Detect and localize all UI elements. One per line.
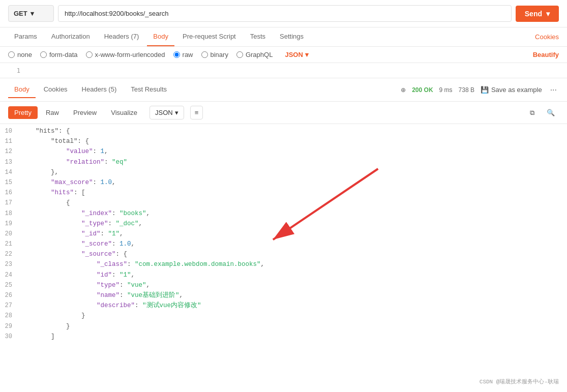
radio-raw[interactable]: raw (173, 51, 193, 58)
tab-pre-request[interactable]: Pre-request Script (176, 27, 242, 46)
tab-headers[interactable]: Headers (7) (98, 27, 145, 46)
radio-urlencoded[interactable]: x-www-form-urlencoded (86, 51, 165, 58)
resp-tab-cookies[interactable]: Cookies (38, 81, 74, 98)
wrap-button[interactable]: ≡ (190, 106, 203, 119)
method-label: GET (14, 10, 27, 17)
save-example-label: Save as example (491, 86, 542, 94)
json-line: 11 "total": { (0, 136, 567, 146)
line-content: "total": { (20, 136, 567, 146)
line-number: 19 (0, 219, 20, 229)
json-chevron-icon: ▾ (305, 51, 309, 58)
body-options: none form-data x-www-form-urlencoded raw… (0, 47, 567, 63)
line-content: "_class": "com.example.webdom.domain.boo… (20, 259, 567, 269)
line-number: 30 (0, 331, 20, 342)
json-line: 22 "_source": { (0, 249, 567, 259)
response-time: 9 ms (439, 86, 453, 94)
beautify-button[interactable]: Beautify (533, 51, 559, 58)
line-content: { (20, 198, 567, 208)
line-content: }, (20, 167, 567, 177)
save-example-button[interactable]: 💾 Save as example (481, 86, 542, 94)
line-number: 10 (0, 126, 20, 136)
json-line: 27 "describe": "测试vue内容修改" (0, 300, 567, 311)
send-button[interactable]: Send ▾ (516, 6, 559, 22)
view-tab-visualize[interactable]: Visualize (105, 106, 143, 119)
resp-tab-test-results[interactable]: Test Results (125, 81, 173, 98)
send-chevron-icon: ▾ (546, 10, 550, 18)
json-line: 26 "name": "vue基础到进阶", (0, 290, 567, 300)
radio-graphql[interactable]: GraphQL (236, 51, 273, 58)
json-format-dropdown[interactable]: JSON ▾ (285, 51, 308, 58)
view-tab-pretty[interactable]: Pretty (8, 106, 38, 119)
line-content: "_source": { (20, 249, 567, 259)
line-content: ] (20, 331, 567, 342)
response-size: 738 B (459, 86, 474, 94)
view-tabs: Pretty Raw Preview Visualize JSON ▾ ≡ ⧉ … (0, 102, 567, 124)
globe-icon: ⊕ (401, 86, 406, 94)
tab-body[interactable]: Body (147, 27, 174, 46)
radio-form-data[interactable]: form-data (40, 51, 78, 58)
line-number: 22 (0, 249, 20, 259)
radio-binary[interactable]: binary (201, 51, 228, 58)
response-meta: ⊕ 200 OK 9 ms 738 B 💾 Save as example ··… (401, 85, 559, 95)
tab-params[interactable]: Params (8, 27, 43, 46)
json-line: 14 }, (0, 167, 567, 177)
request-tabs: Params Authorization Headers (7) Body Pr… (0, 27, 567, 47)
more-options-button[interactable]: ··· (548, 85, 559, 95)
method-chevron-icon: ▾ (31, 10, 34, 17)
json-line: 15 "max_score": 1.0, (0, 177, 567, 188)
line-number: 17 (0, 198, 20, 208)
json-line: 30 ] (0, 331, 567, 342)
line-number: 16 (0, 188, 20, 198)
line-number: 26 (0, 290, 20, 300)
radio-none[interactable]: none (8, 51, 32, 58)
json-line: 13 "relation": "eq" (0, 157, 567, 167)
line-number: 27 (0, 300, 20, 311)
response-header: Body Cookies Headers (5) Test Results ⊕ … (0, 78, 567, 102)
view-tab-raw[interactable]: Raw (40, 106, 65, 119)
json-display: 10 "hits": {11 "total": {12 "value": 1,1… (0, 124, 567, 392)
status-code: 200 OK (412, 86, 433, 94)
line-content: "_index": "books", (20, 208, 567, 219)
line-number: 11 (0, 136, 20, 146)
resp-tab-body[interactable]: Body (8, 81, 36, 98)
line-content: "_id": "1", (20, 229, 567, 239)
watermark: CSDN @瑞晟技术服务中心-耿瑞 (480, 378, 559, 387)
app-container: GET ▾ Send ▾ Params Authorization Header… (0, 0, 567, 392)
line-number: 21 (0, 239, 20, 249)
json-line: 23 "_class": "com.example.webdom.domain.… (0, 259, 567, 269)
request-bar: GET ▾ Send ▾ (0, 0, 567, 27)
json-line: 21 "_score": 1.0, (0, 239, 567, 249)
line-number: 20 (0, 229, 20, 239)
json-line: 12 "value": 1, (0, 146, 567, 157)
line-number: 14 (0, 167, 20, 177)
line-number: 18 (0, 208, 20, 219)
method-dropdown[interactable]: GET ▾ (8, 5, 54, 22)
line-content: "value": 1, (20, 146, 567, 157)
format-chevron-icon: ▾ (175, 109, 178, 116)
resp-tab-headers[interactable]: Headers (5) (76, 81, 123, 98)
line-content: "hits": { (20, 126, 567, 136)
line-number: 28 (0, 311, 20, 321)
code-area: 1 (0, 63, 567, 78)
response-format-dropdown[interactable]: JSON ▾ (150, 106, 184, 119)
tab-authorization[interactable]: Authorization (45, 27, 96, 46)
json-format-label: JSON (285, 51, 303, 58)
view-tab-preview[interactable]: Preview (67, 106, 103, 119)
line-number: 24 (0, 270, 20, 280)
tab-settings[interactable]: Settings (274, 27, 310, 46)
copy-button[interactable]: ⧉ (526, 107, 539, 119)
response-container: Body Cookies Headers (5) Test Results ⊕ … (0, 78, 567, 392)
line-content: "id": "1", (20, 270, 567, 280)
url-input[interactable] (58, 5, 512, 22)
line-content: "hits": [ (20, 188, 567, 198)
json-line: 29 } (0, 321, 567, 331)
json-line: 28 } (0, 311, 567, 321)
cookies-link[interactable]: Cookies (535, 33, 559, 41)
line-content: } (20, 311, 567, 321)
line-content: "_score": 1.0, (20, 239, 567, 249)
line-number: 23 (0, 259, 20, 269)
line-num-1: 1 (8, 67, 28, 74)
tab-tests[interactable]: Tests (244, 27, 272, 46)
line-number: 29 (0, 321, 20, 331)
search-button[interactable]: 🔍 (543, 107, 559, 118)
